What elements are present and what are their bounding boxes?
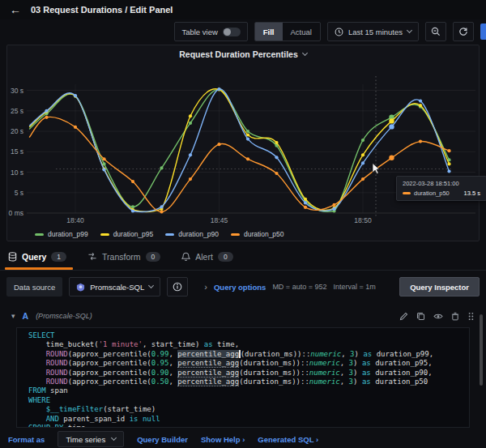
data-point-duration_p50[interactable] — [189, 177, 192, 181]
pencil-icon[interactable] — [399, 312, 408, 321]
code-token: numeric — [310, 350, 341, 358]
eye-icon[interactable] — [433, 312, 443, 321]
data-point-duration_p50[interactable] — [447, 149, 450, 152]
data-point-duration_p90[interactable] — [189, 153, 192, 156]
actual-button[interactable]: Actual — [283, 23, 320, 41]
data-point-duration_p90[interactable] — [361, 161, 364, 164]
data-point-duration_p50[interactable] — [217, 143, 220, 146]
query-builder-link[interactable]: Query Builder — [137, 435, 188, 444]
data-point-duration_p90[interactable] — [74, 94, 77, 97]
data-point-duration_p90[interactable] — [332, 207, 335, 211]
data-point-duration_p90[interactable] — [217, 87, 220, 91]
data-point-duration_p90[interactable] — [447, 169, 450, 173]
code-line[interactable]: FROM span — [28, 386, 469, 395]
code-token: percentile_agg — [177, 369, 239, 378]
zoom-out-icon — [431, 27, 441, 36]
refresh-button[interactable] — [453, 22, 474, 41]
data-point-duration_p50[interactable] — [389, 156, 394, 160]
code-line[interactable]: time_bucket('1 minute', start_time) as t… — [28, 340, 469, 349]
data-point-duration_p50[interactable] — [160, 210, 163, 213]
data-point-duration_p95[interactable] — [419, 104, 422, 107]
datasource-help-button[interactable] — [167, 277, 188, 297]
code-line[interactable]: WHERE — [28, 396, 469, 405]
data-point-duration_p50[interactable] — [332, 203, 335, 207]
data-point-duration_p95[interactable] — [275, 141, 278, 144]
data-point-duration_p95[interactable] — [189, 114, 192, 117]
series-line-duration_p90[interactable] — [29, 89, 449, 212]
data-point-duration_p90[interactable] — [45, 109, 48, 113]
data-point-duration_p99[interactable] — [189, 122, 192, 125]
table-view-toggle-group[interactable]: Table view — [174, 22, 247, 41]
tab-query[interactable]: Query 1 — [8, 243, 66, 270]
trash-icon[interactable] — [451, 312, 459, 321]
query-datasource-hint: (Promscale-SQL) — [36, 312, 92, 320]
legend-item-duration_p95[interactable]: duration_p95 — [100, 230, 154, 238]
code-line[interactable]: ROUND(approx_percentile(0.50, percentile… — [28, 378, 469, 386]
code-line[interactable]: ROUND(approx_percentile(0.99, percentile… — [28, 350, 469, 359]
data-point-duration_p90[interactable] — [131, 209, 134, 212]
data-point-duration_p95[interactable] — [389, 118, 394, 123]
code-token: , — [168, 378, 177, 386]
tab-alert[interactable]: Alert 0 — [181, 243, 232, 270]
query-row-header[interactable]: ▾ A (Promscale-SQL) — [11, 308, 475, 324]
copy-icon[interactable] — [416, 312, 425, 321]
data-point-duration_p99[interactable] — [246, 130, 249, 133]
partial-save-button[interactable] — [480, 23, 486, 40]
data-point-duration_p50[interactable] — [102, 157, 105, 160]
data-point-duration_p90[interactable] — [102, 168, 105, 171]
time-range-picker[interactable]: Last 15 minutes — [327, 22, 419, 41]
data-point-duration_p95[interactable] — [361, 153, 364, 156]
table-view-toggle[interactable] — [223, 28, 241, 36]
legend-item-duration_p90[interactable]: duration_p90 — [165, 230, 219, 238]
data-point-duration_p50[interactable] — [361, 177, 364, 181]
drag-handle-icon[interactable] — [467, 312, 475, 321]
data-point-duration_p90[interactable] — [419, 100, 422, 103]
data-point-duration_p95[interactable] — [304, 198, 307, 201]
time-series-chart[interactable]: 0 ms5 s10 s15 s20 s25 s30 s18:4018:4518:… — [7, 45, 480, 242]
code-token: as — [204, 340, 213, 348]
series-line-duration_p99[interactable] — [29, 89, 449, 211]
code-line[interactable]: $__timeFilter(start_time) — [28, 405, 469, 414]
code-line[interactable]: AND parent_span_id is null — [28, 415, 469, 424]
query-options-link[interactable]: Query options — [214, 283, 266, 292]
collapse-caret-icon[interactable]: ▾ — [11, 312, 15, 320]
data-point-duration_p50[interactable] — [131, 180, 134, 183]
format-select[interactable]: Time series — [58, 431, 124, 447]
show-help-link[interactable]: Show Help › — [201, 435, 245, 444]
data-point-duration_p90[interactable] — [389, 124, 394, 129]
data-point-duration_p95[interactable] — [447, 162, 450, 165]
data-point-duration_p99[interactable] — [131, 205, 134, 208]
zoom-out-button[interactable] — [425, 22, 446, 41]
data-point-duration_p90[interactable] — [246, 138, 249, 141]
legend-item-duration_p50[interactable]: duration_p50 — [231, 230, 284, 238]
series-line-duration_p95[interactable] — [29, 89, 449, 212]
data-point-duration_p90[interactable] — [304, 201, 307, 204]
sql-code-editor[interactable]: SELECT time_bucket('1 minute', start_tim… — [16, 327, 470, 428]
data-point-duration_p90[interactable] — [160, 205, 163, 208]
page-scrollbar[interactable] — [480, 314, 483, 386]
fill-button[interactable]: Fill — [255, 23, 283, 41]
data-point-duration_p95[interactable] — [246, 133, 249, 136]
data-point-duration_p50[interactable] — [419, 140, 422, 143]
datasource-picker[interactable]: Promscale-SQL — [69, 277, 160, 297]
data-point-duration_p99[interactable] — [361, 139, 364, 142]
code-token: time, — [213, 340, 240, 348]
data-point-duration_p50[interactable] — [275, 172, 278, 175]
data-point-duration_p50[interactable] — [45, 116, 48, 119]
code-line[interactable]: ROUND(approx_percentile(0.95, percentile… — [28, 359, 469, 368]
data-point-duration_p99[interactable] — [160, 166, 163, 169]
tab-transform[interactable]: Transform 0 — [87, 243, 160, 270]
code-line[interactable]: SELECT — [28, 331, 469, 340]
data-point-duration_p50[interactable] — [74, 126, 77, 129]
code-line[interactable]: GROUP BY time — [28, 424, 469, 428]
legend-item-duration_p99[interactable]: duration_p99 — [35, 230, 88, 238]
data-point-duration_p90[interactable] — [275, 156, 278, 159]
data-point-duration_p50[interactable] — [246, 157, 249, 160]
max-data-points: MD = auto = 952 — [272, 283, 326, 291]
query-inspector-button[interactable]: Query Inspector — [399, 277, 480, 297]
back-arrow-icon[interactable]: ← — [10, 4, 21, 15]
data-point-duration_p50[interactable] — [304, 206, 307, 209]
top-header: ← 03 Request Durations / Edit Panel — [0, 0, 486, 19]
code-line[interactable]: ROUND(approx_percentile(0.90, percentile… — [28, 369, 469, 378]
generated-sql-link[interactable]: Generated SQL › — [258, 435, 318, 444]
